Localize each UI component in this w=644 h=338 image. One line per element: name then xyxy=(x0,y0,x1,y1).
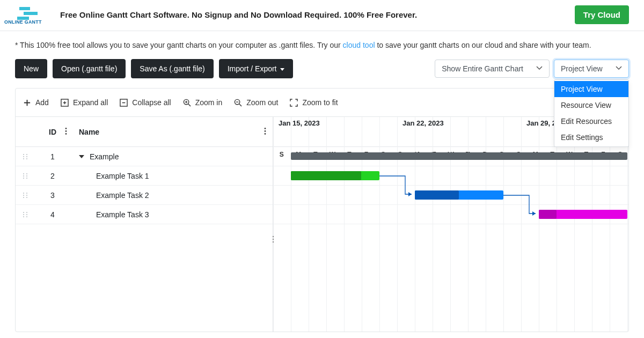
collapse-all-button[interactable]: Collapse all xyxy=(120,98,171,107)
zoom-out-label: Zoom out xyxy=(246,98,278,107)
svg-point-21 xyxy=(26,173,27,174)
zoom-in-button[interactable]: Zoom in xyxy=(183,98,223,107)
save-as-button[interactable]: Save As (.gantt file) xyxy=(131,59,213,78)
svg-rect-0 xyxy=(19,7,30,10)
svg-point-23 xyxy=(26,175,27,177)
task-progress xyxy=(291,171,361,180)
svg-point-29 xyxy=(26,195,27,196)
task-progress xyxy=(415,190,459,200)
task-row[interactable]: 1 Example xyxy=(16,147,273,166)
add-label: Add xyxy=(35,98,49,107)
svg-point-11 xyxy=(265,128,266,129)
col-name-header: Name xyxy=(79,128,99,136)
view-select[interactable]: Project View Project View Resource View … xyxy=(554,60,629,78)
zoom-in-icon xyxy=(183,99,191,107)
svg-point-31 xyxy=(26,197,27,198)
svg-point-15 xyxy=(26,154,27,155)
svg-point-8 xyxy=(65,128,67,129)
zoom-in-label: Zoom in xyxy=(195,98,223,107)
svg-point-37 xyxy=(26,216,27,217)
svg-point-38 xyxy=(273,236,274,237)
notice-suffix: to save your gantt charts on our cloud a… xyxy=(375,41,591,49)
notice-prefix: * This 100% free tool allows you to save… xyxy=(15,41,343,49)
view-select-label: Project View xyxy=(561,64,603,73)
svg-point-16 xyxy=(23,156,24,157)
svg-point-10 xyxy=(65,133,67,135)
task-progress xyxy=(539,210,557,219)
collapse-label: Collapse all xyxy=(132,98,171,107)
svg-point-39 xyxy=(273,239,274,240)
svg-point-30 xyxy=(23,197,24,198)
cloud-tool-link[interactable]: cloud tool xyxy=(343,41,375,49)
svg-point-26 xyxy=(23,193,24,194)
task-list-pane: ID Name 1 Example 2 Example Task 1 xyxy=(16,117,273,332)
zoom-out-button[interactable]: Zoom out xyxy=(234,98,278,107)
dropdown-item-project-view[interactable]: Project View xyxy=(554,81,628,97)
plus-icon xyxy=(23,99,31,107)
new-button[interactable]: New xyxy=(15,59,47,78)
logo[interactable]: ONLINE GANTT xyxy=(4,6,47,24)
task-row[interactable]: 4 Example Task 3 xyxy=(16,205,273,224)
svg-point-36 xyxy=(23,216,24,217)
svg-point-25 xyxy=(26,178,27,179)
drag-handle-icon[interactable] xyxy=(16,173,35,179)
week-label: Jan 15, 2023 xyxy=(279,119,320,127)
svg-point-12 xyxy=(265,130,266,132)
notice-text: * This 100% free tool allows you to save… xyxy=(0,31,644,59)
import-export-button[interactable]: Import / Export xyxy=(219,59,293,78)
dropdown-item-edit-resources[interactable]: Edit Resources xyxy=(554,113,628,129)
column-menu-icon[interactable] xyxy=(65,127,67,136)
svg-point-35 xyxy=(26,214,27,215)
svg-point-40 xyxy=(273,241,274,243)
col-id-header: ID xyxy=(49,128,56,136)
splitter-handle[interactable] xyxy=(271,147,275,332)
week-label: Jan 22, 2023 xyxy=(402,119,444,127)
drag-handle-icon[interactable] xyxy=(16,211,35,218)
task-name: Example Task 3 xyxy=(96,210,149,219)
svg-point-9 xyxy=(65,130,67,132)
task-id: 1 xyxy=(35,152,70,161)
zoom-out-icon xyxy=(234,99,242,107)
view-dropdown: Project View Resource View Edit Resource… xyxy=(554,79,629,147)
svg-point-33 xyxy=(26,212,27,213)
try-cloud-button[interactable]: Try Cloud xyxy=(575,5,629,24)
header-tagline: Free Online Gantt Chart Software. No Sig… xyxy=(60,10,575,19)
column-menu-icon[interactable] xyxy=(264,127,266,136)
chevron-down-icon xyxy=(536,64,543,73)
zoom-fit-button[interactable]: Zoom to fit xyxy=(290,98,338,107)
expand-all-button[interactable]: Expand all xyxy=(61,98,108,107)
task-name: Example Task 1 xyxy=(96,172,149,180)
svg-point-28 xyxy=(23,195,24,196)
svg-point-24 xyxy=(23,178,24,179)
drag-handle-icon[interactable] xyxy=(16,153,35,160)
expand-icon xyxy=(61,99,69,107)
task-id: 2 xyxy=(35,172,70,180)
show-entire-select[interactable]: Show Entire Gantt Chart xyxy=(435,60,550,78)
collapse-caret-icon[interactable] xyxy=(79,152,84,161)
open-button[interactable]: Open (.gantt file) xyxy=(53,59,126,78)
svg-point-20 xyxy=(23,173,24,174)
timeline-pane[interactable]: Jan 15, 2023 Jan 22, 2023 Jan 29, 2023 S… xyxy=(273,117,628,332)
svg-point-13 xyxy=(265,133,266,135)
collapse-icon xyxy=(120,99,128,107)
svg-point-22 xyxy=(23,175,24,177)
task-row[interactable]: 3 Example Task 2 xyxy=(16,186,273,205)
dropdown-item-edit-settings[interactable]: Edit Settings xyxy=(554,129,628,145)
svg-point-17 xyxy=(26,156,27,157)
svg-point-18 xyxy=(23,158,24,159)
svg-text:ONLINE GANTT: ONLINE GANTT xyxy=(4,19,42,24)
chevron-down-icon xyxy=(616,64,622,73)
svg-rect-1 xyxy=(24,12,38,15)
dropdown-item-resource-view[interactable]: Resource View xyxy=(554,97,628,113)
show-entire-label: Show Entire Gantt Chart xyxy=(442,64,523,73)
svg-point-32 xyxy=(23,212,24,213)
drag-handle-icon[interactable] xyxy=(16,192,35,199)
svg-point-27 xyxy=(26,193,27,194)
task-row[interactable]: 2 Example Task 1 xyxy=(16,166,273,186)
add-button[interactable]: Add xyxy=(23,98,49,107)
expand-label: Expand all xyxy=(73,98,108,107)
task-name: Example xyxy=(90,152,119,161)
summary-bar[interactable] xyxy=(291,152,627,160)
zoom-fit-icon xyxy=(290,99,298,107)
zoom-fit-label: Zoom to fit xyxy=(302,98,338,107)
